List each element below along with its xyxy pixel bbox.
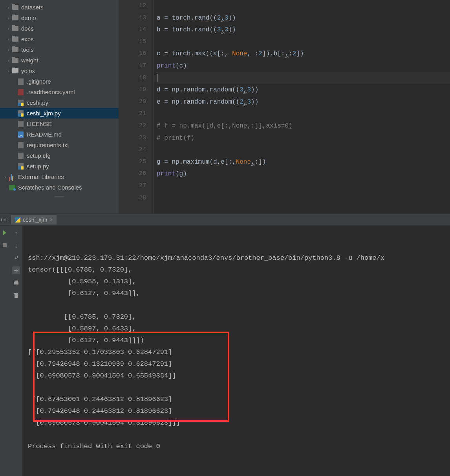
- chevron-right-icon[interactable]: ›: [5, 26, 11, 31]
- external-libraries-label: External Libraries: [18, 173, 64, 180]
- code-line[interactable]: [157, 144, 450, 156]
- code-line[interactable]: print(g): [157, 168, 450, 180]
- console-line: [0.6127, 0.9443]],: [28, 288, 450, 299]
- line-number: 17: [119, 60, 146, 72]
- folder-item[interactable]: ›datasets: [0, 2, 119, 13]
- code-line[interactable]: g = np.maximum(d,e[:,None,:]): [157, 156, 450, 168]
- svg-rect-2: [15, 281, 18, 282]
- chevron-right-icon[interactable]: ›: [5, 47, 11, 52]
- folder-icon: [11, 26, 19, 31]
- up-arrow-icon[interactable]: ↑: [12, 229, 20, 237]
- editor-gutter: 1213141516171819202122232425262728: [119, 0, 154, 213]
- console-line: ssh://xjm@219.223.179.31:22/home/xjm/ana…: [28, 252, 450, 264]
- code-line[interactable]: d = np.random.random((3,3)): [157, 84, 450, 96]
- file-item[interactable]: requirements.txt: [0, 140, 119, 150]
- line-number: 24: [119, 144, 146, 156]
- run-panel: un: ceshi_xjm × ↑ ↓ ⤶ ⇥: [0, 213, 450, 476]
- folder-icon: [11, 58, 19, 63]
- file-item[interactable]: setup.cfg: [0, 150, 119, 161]
- tree-item-label: yolox: [21, 67, 35, 74]
- project-sidebar[interactable]: ›datasets›demo›docs›exps›tools›weight›yo…: [0, 0, 119, 213]
- file-item[interactable]: .gitignore: [0, 76, 119, 87]
- console-line: [0.5897, 0.6433],: [28, 323, 450, 335]
- file-item[interactable]: .readthedocs.yaml: [0, 87, 119, 97]
- code-line[interactable]: # f = np.max([d,e[:,None,:]],axis=0): [157, 120, 450, 132]
- code-area[interactable]: a = torch.rand((2,3))b = torch.rand((3,3…: [154, 0, 450, 213]
- tree-item-label: setup.cfg: [27, 152, 51, 159]
- file-item[interactable]: ceshi_xjm.py: [0, 108, 119, 119]
- tree-item-label: demo: [21, 15, 36, 21]
- code-line[interactable]: b = torch.rand((3,3)): [157, 24, 450, 36]
- code-line[interactable]: e = np.random.random((2,3)): [157, 96, 450, 108]
- line-number: 16: [119, 48, 146, 60]
- tree-item-label: LICENSE: [27, 120, 52, 127]
- code-line[interactable]: a = torch.rand((2,3)): [157, 12, 450, 24]
- external-libraries[interactable]: › External Libraries: [0, 171, 119, 182]
- code-line[interactable]: [157, 72, 450, 84]
- code-line[interactable]: [157, 192, 450, 204]
- folder-item[interactable]: ›tools: [0, 44, 119, 55]
- rerun-icon[interactable]: [1, 229, 9, 237]
- file-item[interactable]: setup.py: [0, 161, 119, 171]
- run-tab[interactable]: ceshi_xjm ×: [11, 215, 57, 224]
- console-line: [[[0.29553352 0.17033803 0.62847291]: [28, 347, 450, 358]
- console-line: [0.69080573 0.90041504 0.81896623]]]: [28, 417, 450, 429]
- soft-wrap-icon[interactable]: ⤶: [12, 254, 20, 262]
- code-editor[interactable]: 1213141516171819202122232425262728 a = t…: [119, 0, 450, 213]
- code-line[interactable]: [157, 36, 450, 48]
- tree-item-label: requirements.txt: [27, 142, 69, 148]
- line-number: 19: [119, 84, 146, 96]
- folder-item[interactable]: ›exps: [0, 34, 119, 44]
- run-label: un:: [0, 217, 11, 222]
- close-icon[interactable]: ×: [49, 217, 53, 222]
- stop-icon[interactable]: [1, 241, 9, 249]
- file-icon: [17, 121, 25, 127]
- scroll-to-end-icon[interactable]: ⇥: [12, 266, 20, 274]
- file-item[interactable]: ceshi.py: [0, 97, 119, 108]
- folder-item[interactable]: ›demo: [0, 13, 119, 23]
- line-number: 22: [119, 120, 146, 132]
- folder-item[interactable]: ›weight: [0, 55, 119, 66]
- line-number: 21: [119, 108, 146, 120]
- down-arrow-icon[interactable]: ↓: [12, 241, 20, 249]
- console-line: [28, 429, 450, 441]
- trash-icon[interactable]: [12, 292, 20, 299]
- chevron-right-icon[interactable]: ›: [5, 37, 11, 42]
- console-line: [0.5958, 0.1313],: [28, 276, 450, 288]
- sidebar-resize-handle[interactable]: [0, 195, 119, 199]
- code-line[interactable]: [157, 0, 450, 12]
- console-line: [0.69080573 0.90041504 0.65549384]]: [28, 370, 450, 382]
- code-line[interactable]: print(c): [157, 60, 450, 72]
- folder-item[interactable]: ›yolox: [0, 66, 119, 76]
- chevron-right-icon[interactable]: ›: [5, 69, 11, 73]
- scratches-label: Scratches and Consoles: [18, 184, 82, 191]
- chevron-right-icon[interactable]: ›: [5, 5, 11, 10]
- print-icon[interactable]: [12, 279, 20, 287]
- py-icon: [17, 163, 25, 170]
- code-line[interactable]: c = torch.max((a[:, None, :2]),b[:,:2]): [157, 48, 450, 60]
- scratches-consoles[interactable]: Scratches and Consoles: [0, 182, 119, 193]
- console-line: [28, 382, 450, 394]
- file-item[interactable]: LICENSE: [0, 119, 119, 129]
- code-line[interactable]: [157, 180, 450, 192]
- line-number: 20: [119, 96, 146, 108]
- tree-item-label: ceshi.py: [27, 99, 48, 106]
- console-line: tensor([[[0.6785, 0.7320],: [28, 264, 450, 276]
- console-line: [[0.6785, 0.7320],: [28, 311, 450, 323]
- line-number: 15: [119, 36, 146, 48]
- line-number: 12: [119, 0, 146, 12]
- run-tab-bar: un: ceshi_xjm ×: [0, 214, 450, 226]
- folder-item[interactable]: ›docs: [0, 23, 119, 34]
- file-item[interactable]: README.md: [0, 129, 119, 140]
- yaml-icon: [17, 89, 25, 95]
- py-icon: [17, 100, 25, 106]
- code-line[interactable]: # print(f): [157, 132, 450, 144]
- chevron-right-icon[interactable]: ›: [5, 58, 11, 63]
- file-icon: [17, 142, 25, 148]
- line-number: 13: [119, 12, 146, 24]
- folder-icon: [11, 15, 19, 20]
- console-output[interactable]: ssh://xjm@219.223.179.31:22/home/xjm/ana…: [22, 226, 450, 476]
- code-line[interactable]: [157, 108, 450, 120]
- chevron-right-icon[interactable]: ›: [5, 16, 11, 20]
- python-icon: [15, 217, 20, 222]
